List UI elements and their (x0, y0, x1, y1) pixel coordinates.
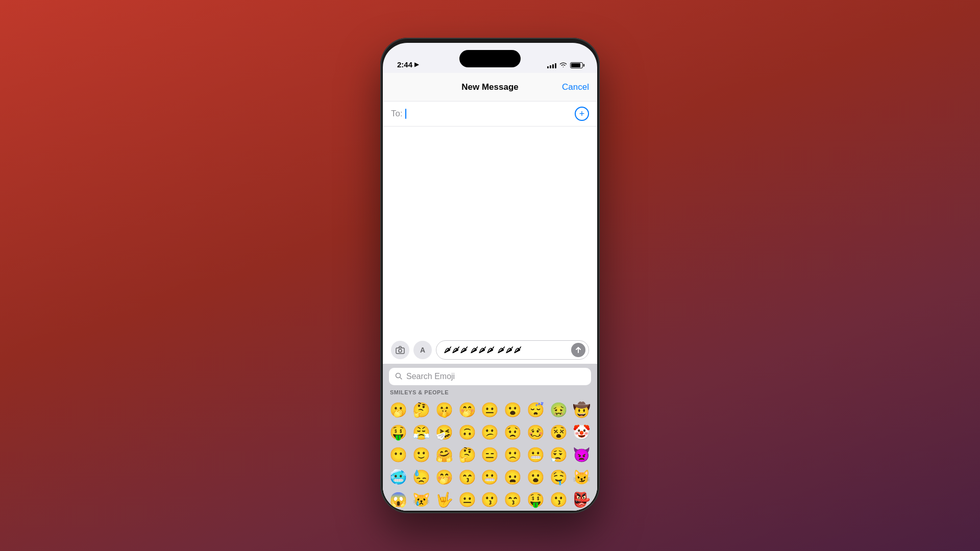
header-title: New Message (422, 82, 558, 92)
emoji-item[interactable]: 🤫 (433, 398, 456, 421)
to-input-area[interactable] (405, 109, 575, 119)
emoji-category-label: SMILEYS & PEOPLE (383, 388, 597, 398)
battery-icon (570, 62, 583, 68)
location-icon: ▶ (414, 61, 419, 68)
emoji-item[interactable]: 😕 (479, 421, 502, 443)
message-input-box[interactable]: 🌶🌶🌶 🌶🌶🌶 🌶🌶🌶 (436, 340, 589, 360)
emoji-item[interactable]: 😬 (479, 466, 502, 488)
emoji-item[interactable]: 😙 (456, 466, 479, 488)
emoji-item[interactable]: 🙃 (456, 421, 479, 443)
emoji-item[interactable]: 🤭 (456, 398, 479, 421)
appstore-icon: A (420, 346, 425, 354)
time-text: 2:44 (397, 60, 412, 69)
emoji-search-bar[interactable]: Search Emoji (389, 368, 591, 385)
signal-bars-icon (547, 62, 556, 68)
main-content: New Message Cancel To: + (383, 73, 597, 511)
emoji-item[interactable]: 🥴 (524, 421, 547, 443)
message-header: New Message Cancel (383, 73, 597, 102)
emoji-item[interactable]: 🙁 (501, 443, 524, 466)
cancel-button[interactable]: Cancel (558, 82, 589, 92)
message-text: 🌶🌶🌶 🌶🌶🌶 🌶🌶🌶 (444, 345, 522, 355)
emoji-item[interactable]: 😐 (456, 488, 479, 511)
emoji-item[interactable]: 😟 (501, 421, 524, 443)
search-placeholder: Search Emoji (406, 372, 455, 381)
phone-screen: 2:44 ▶ (383, 43, 597, 511)
status-icons (547, 61, 583, 69)
battery-fill (571, 63, 580, 67)
emoji-item[interactable]: 🤑 (524, 488, 547, 511)
emoji-item[interactable]: 🤤 (547, 466, 570, 488)
emoji-item[interactable]: 🤢 (547, 398, 570, 421)
emoji-item[interactable]: 🫢 (387, 398, 410, 421)
appstore-button[interactable]: A (413, 341, 432, 359)
to-label: To: (391, 109, 403, 119)
emoji-item[interactable]: 😬 (524, 443, 547, 466)
message-input-wrapper: 🌶🌶🌶 🌶🌶🌶 🌶🌶🌶 (436, 340, 589, 360)
emoji-item[interactable]: 😙 (501, 488, 524, 511)
emoji-item[interactable]: 👺 (570, 488, 593, 511)
emoji-item[interactable]: 👿 (570, 443, 593, 466)
emoji-item[interactable]: 😮 (501, 398, 524, 421)
emoji-grid: 🫢 🤔 🤫 🤭 😐 😮 😴 🤢 🤠 🤑 😤 🤧 🙃 😕 😟 (383, 398, 597, 511)
bottom-toolbar: A 🌶🌶🌶 🌶🌶🌶 🌶🌶🌶 (383, 336, 597, 364)
emoji-item[interactable]: 🤗 (433, 443, 456, 466)
add-recipient-button[interactable]: + (575, 107, 589, 121)
signal-bar-2 (550, 65, 551, 68)
emoji-item[interactable]: 🤑 (387, 421, 410, 443)
emoji-item[interactable]: 😗 (547, 488, 570, 511)
emoji-item[interactable]: 😗 (479, 488, 502, 511)
emoji-item[interactable]: 🤔 (410, 398, 433, 421)
emoji-item[interactable]: 🤧 (433, 421, 456, 443)
svg-point-1 (399, 349, 402, 353)
signal-bar-4 (555, 63, 556, 68)
emoji-item[interactable]: 😤 (410, 421, 433, 443)
status-time: 2:44 ▶ (397, 60, 419, 69)
emoji-item[interactable]: 😼 (570, 466, 593, 488)
svg-point-2 (396, 373, 401, 378)
signal-bar-1 (547, 66, 549, 68)
emoji-item[interactable]: 🤟 (433, 488, 456, 511)
search-icon (395, 372, 402, 381)
emoji-item[interactable]: 🤡 (570, 421, 593, 443)
emoji-item[interactable]: 🥶 (387, 466, 410, 488)
signal-bar-3 (552, 64, 554, 68)
emoji-item[interactable]: 😐 (479, 398, 502, 421)
emoji-item[interactable]: 😵 (547, 421, 570, 443)
phone-frame: 2:44 ▶ (380, 38, 600, 513)
emoji-item[interactable]: 😶 (387, 443, 410, 466)
emoji-item[interactable]: 😑 (479, 443, 502, 466)
camera-button[interactable] (391, 341, 409, 359)
emoji-item[interactable]: 😦 (501, 466, 524, 488)
compose-area[interactable] (383, 127, 597, 336)
emoji-item[interactable]: 🤔 (456, 443, 479, 466)
emoji-keyboard: Search Emoji SMILEYS & PEOPLE 🫢 🤔 🤫 🤭 😐 … (383, 364, 597, 511)
emoji-item[interactable]: 🤭 (433, 466, 456, 488)
text-cursor (405, 109, 406, 119)
emoji-item[interactable]: 😮 (524, 466, 547, 488)
emoji-item[interactable]: 😮‍💨 (547, 443, 570, 466)
wifi-icon (559, 61, 567, 69)
send-button[interactable] (571, 343, 585, 357)
emoji-item[interactable]: 🤠 (570, 398, 593, 421)
emoji-item[interactable]: 😴 (524, 398, 547, 421)
dynamic-island (459, 50, 521, 67)
svg-rect-0 (396, 348, 404, 354)
emoji-item[interactable]: 😓 (410, 466, 433, 488)
to-field[interactable]: To: + (383, 102, 597, 127)
emoji-item[interactable]: 😿 (410, 488, 433, 511)
emoji-item[interactable]: 😱 (387, 488, 410, 511)
emoji-item[interactable]: 🙂 (410, 443, 433, 466)
